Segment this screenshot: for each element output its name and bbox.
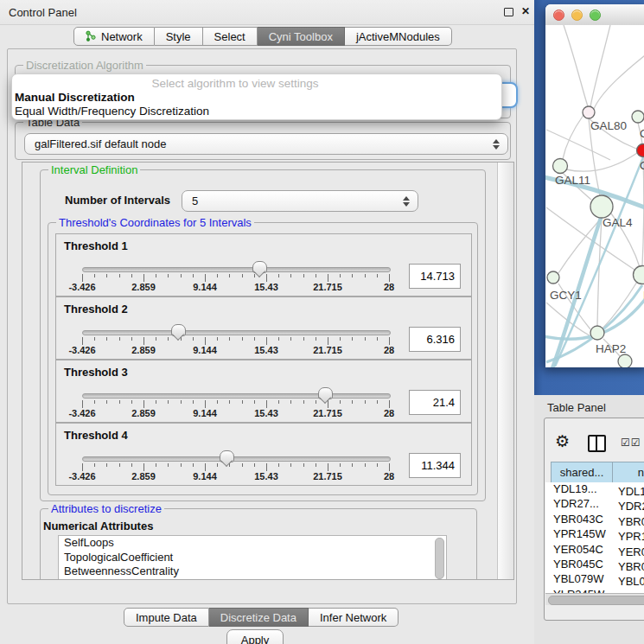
list-scrollbar[interactable] (435, 538, 444, 579)
apply-button[interactable]: Apply (226, 629, 284, 644)
threshold-value-field[interactable]: 6.316 (409, 327, 461, 352)
tab-cyni-toolbox[interactable]: Cyni Toolbox (258, 27, 345, 46)
network-canvas[interactable]: GAL80 GA C GAL11 GAL4 GCY1 H HAP2 (545, 25, 644, 367)
cell-shared-name: YBR043C (545, 513, 615, 526)
close-icon[interactable]: ✕ (521, 5, 530, 17)
number-of-intervals-value: 5 (192, 194, 198, 207)
tick-mark (278, 400, 279, 404)
table-row[interactable]: YPR145WYPR1 (545, 527, 644, 542)
tick-mark (278, 274, 279, 277)
tick-mark (181, 274, 182, 277)
table-data-combobox[interactable]: galFiltered.sif default node (24, 133, 508, 155)
tick-mark (365, 337, 366, 341)
dropdown-hint: Select algorithm to view settings (0, 77, 480, 90)
column-header-name[interactable]: name (612, 462, 644, 483)
node-gal80[interactable] (583, 106, 595, 118)
tick-mark (82, 274, 83, 282)
node-hap2[interactable] (590, 326, 604, 340)
numerical-attributes-list[interactable]: SelfLoopsTopologicalCoefficientBetweenne… (58, 535, 447, 580)
column-header-shared-name[interactable]: shared... (551, 462, 613, 483)
table-row[interactable]: YER054CYER0 (545, 543, 644, 558)
tick-mark (316, 337, 316, 341)
list-item[interactable]: SelfLoops (59, 536, 446, 551)
slider-thumb[interactable] (220, 450, 234, 462)
threshold-slider[interactable]: -3.4262.8599.14415.4321.71528 (82, 389, 389, 420)
table-row[interactable]: YBL079WYBL0 (545, 572, 644, 587)
table-row[interactable]: YDR27...YDR2 (545, 497, 644, 512)
tab-infer-network[interactable]: Infer Network (309, 608, 399, 627)
tab-network[interactable]: Network (73, 27, 155, 46)
slider-thumb[interactable] (171, 324, 186, 336)
scale-label: 2.859 (131, 408, 156, 418)
list-item[interactable]: TopologicalCoefficient (59, 551, 446, 565)
tick-mark (106, 274, 107, 277)
close-traffic-light-icon[interactable] (553, 10, 564, 21)
tick-mark (156, 400, 156, 404)
scale-label: 21.715 (313, 471, 342, 481)
slider-ticks (82, 400, 389, 408)
scale-label: 2.859 (131, 282, 156, 292)
tick-mark (156, 274, 156, 277)
slider-ticks (82, 337, 389, 345)
tab-impute-data[interactable]: Impute Data (124, 608, 209, 627)
cell-name: YBR0 (615, 515, 644, 528)
node-gal11[interactable] (553, 159, 568, 174)
node-gal-partial[interactable] (632, 111, 644, 123)
zoom-traffic-light-icon[interactable] (590, 10, 601, 21)
horizontal-scrollbar-thumb[interactable] (548, 596, 644, 605)
list-item[interactable]: BetweennessCentrality (59, 564, 446, 579)
tick-mark (143, 337, 144, 345)
group-title-interval-definition: Interval Definition (48, 163, 140, 176)
table-data-combobox-value: galFiltered.sif default node (35, 137, 166, 150)
scale-label: 28 (384, 282, 394, 292)
cell-shared-name: YDR27... (545, 497, 615, 510)
tick-mark (278, 337, 279, 341)
gear-icon[interactable]: ⚙ (555, 433, 570, 450)
dropdown-item-equal-width-frequency[interactable]: Equal Width/Frequency Discretization (12, 105, 504, 118)
slider-track (82, 393, 391, 399)
slider-thumb[interactable] (252, 261, 267, 273)
node-gal4[interactable] (590, 195, 613, 218)
tab-style[interactable]: Style (155, 27, 203, 46)
threshold-slider[interactable]: -3.4262.8599.14415.4321.71528 (82, 263, 389, 294)
dropdown-item-manual-discretization[interactable]: Manual Discretization (12, 91, 504, 104)
table-row[interactable]: YBR043CYBR0 (545, 513, 644, 527)
minimize-traffic-light-icon[interactable] (571, 10, 583, 21)
threshold-slider[interactable]: -3.4262.8599.14415.4321.71528 (82, 326, 389, 357)
horizontal-scrollbar[interactable] (545, 593, 644, 605)
tick-mark (254, 274, 255, 277)
node-bottom[interactable] (618, 354, 632, 367)
tick-mark (168, 337, 169, 341)
scale-label: 15.43 (254, 282, 278, 292)
tab-jactivemnodules[interactable]: jActiveMNodules (345, 27, 452, 46)
threshold-value-field[interactable]: 11.344 (409, 453, 461, 478)
slider-scale-labels: -3.4262.8599.14415.4321.71528 (82, 408, 389, 418)
table-row[interactable]: YDL19...YDL1 (545, 482, 644, 497)
node-red-selected[interactable] (637, 144, 644, 157)
settings-scrollpane: Interval Definition Number of Intervals … (22, 162, 514, 580)
scrollbar-track[interactable] (497, 163, 513, 579)
tab-select[interactable]: Select (203, 27, 258, 46)
slider-thumb[interactable] (318, 387, 333, 399)
checkbox-icons[interactable]: ☑☑ (621, 437, 641, 449)
tick-mark (328, 337, 328, 345)
number-of-intervals-combobox[interactable]: 5 (182, 190, 418, 212)
control-panel-titlebar: Control Panel ✕ (0, 0, 534, 25)
float-window-icon[interactable] (504, 8, 513, 16)
columns-icon[interactable] (588, 435, 606, 452)
scale-label: 15.43 (254, 471, 278, 481)
node-h-partial[interactable] (634, 266, 644, 284)
threshold-slider[interactable]: -3.4262.8599.14415.4321.71528 (82, 452, 389, 483)
tick-mark (352, 274, 353, 277)
table-row[interactable]: YBR045CYBR0 (545, 558, 644, 572)
tick-mark (193, 463, 194, 467)
threshold-value-field[interactable]: 21.4 (409, 390, 461, 415)
tab-discretize-data[interactable]: Discretize Data (209, 608, 309, 627)
tick-mark (266, 400, 267, 408)
tick-mark (205, 400, 206, 408)
tick-mark (82, 463, 83, 471)
tick-mark (94, 400, 95, 404)
node-gcy1[interactable] (547, 271, 559, 284)
combobox-stepper-icon (403, 195, 410, 207)
threshold-value-field[interactable]: 14.713 (409, 264, 461, 289)
